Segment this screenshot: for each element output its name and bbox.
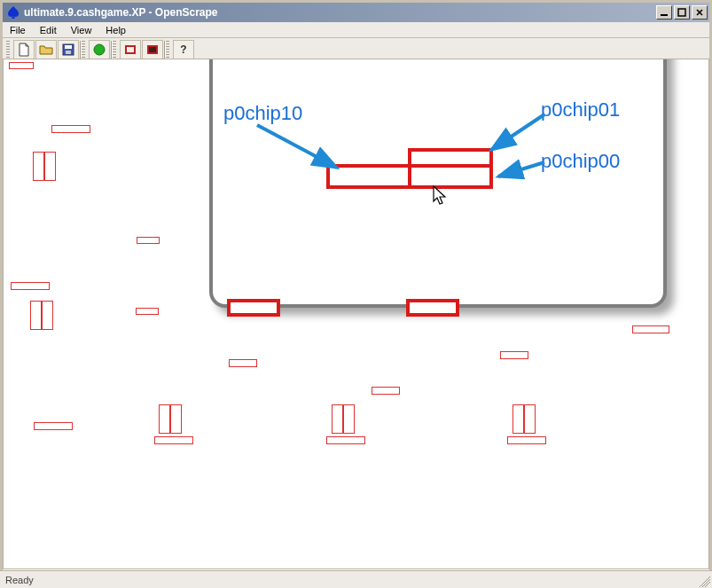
close-icon	[695, 8, 704, 17]
tablemap-region[interactable]	[343, 404, 355, 434]
window-title: ultimate.9.cashgame.XP - OpenScrape	[24, 6, 218, 19]
region-p0chip00[interactable]	[408, 164, 493, 189]
tablemap-region[interactable]	[30, 301, 42, 330]
region-partial[interactable]	[406, 299, 459, 317]
rect-tool-icon	[123, 43, 137, 57]
resize-grip[interactable]	[696, 573, 710, 587]
menu-edit[interactable]: Edit	[33, 23, 64, 37]
tablemap-region[interactable]	[372, 387, 400, 395]
title-bar: ultimate.9.cashgame.XP - OpenScrape	[3, 3, 709, 22]
tablemap-region[interactable]	[507, 436, 546, 444]
tablemap-region[interactable]	[326, 436, 365, 444]
tablemap-region[interactable]	[11, 282, 50, 290]
green-circle-icon	[92, 43, 106, 57]
tablemap-region[interactable]	[44, 152, 56, 181]
window-top-border	[0, 0, 712, 3]
window-controls	[656, 5, 709, 20]
tablemap-region[interactable]	[136, 308, 159, 315]
arrow-to-p0chip01	[484, 109, 552, 155]
tablemap-region[interactable]	[159, 404, 170, 434]
toolbar-grip-4[interactable]	[166, 41, 169, 59]
svg-line-9	[257, 125, 337, 168]
status-bar: Ready	[0, 570, 712, 588]
tablemap-region[interactable]	[33, 152, 44, 181]
svg-line-10	[491, 114, 544, 150]
svg-rect-6	[126, 46, 135, 53]
green-circle-button[interactable]	[89, 40, 110, 59]
minimize-button[interactable]	[656, 5, 672, 20]
new-button[interactable]	[13, 40, 35, 59]
rect-tool-filled-icon	[145, 43, 160, 57]
menu-file[interactable]: File	[3, 23, 33, 37]
status-text: Ready	[5, 575, 34, 585]
toolbar-grip-2[interactable]	[82, 41, 85, 59]
svg-rect-0	[661, 14, 668, 16]
open-button[interactable]	[35, 40, 57, 59]
tablemap-region[interactable]	[170, 404, 182, 434]
tablemap-region[interactable]	[42, 301, 53, 330]
toolbar-grip[interactable]	[6, 41, 10, 59]
rect-tool-filled-button[interactable]	[142, 40, 163, 59]
svg-rect-3	[65, 45, 72, 49]
minimize-icon	[660, 8, 669, 17]
svg-point-5	[94, 44, 105, 55]
menu-bar: File Edit View Help	[3, 22, 709, 38]
spade-icon	[6, 5, 20, 20]
help-button[interactable]: ?	[173, 40, 194, 59]
rect-tool-button[interactable]	[120, 40, 141, 59]
new-file-icon	[17, 43, 31, 57]
tablemap-region[interactable]	[137, 237, 160, 244]
svg-line-11	[498, 162, 544, 176]
maximize-button[interactable]	[674, 5, 690, 20]
tablemap-region[interactable]	[524, 404, 536, 434]
svg-rect-7	[148, 46, 157, 53]
maximize-icon	[677, 8, 686, 17]
menu-view[interactable]: View	[64, 23, 99, 37]
close-button[interactable]	[692, 5, 708, 20]
tablemap-region[interactable]	[51, 125, 90, 133]
zoom-callout: p0chip10 p0chip01 p0chip00	[209, 59, 667, 308]
svg-rect-4	[66, 51, 71, 54]
cursor-icon	[433, 185, 449, 207]
tablemap-region[interactable]	[9, 62, 34, 69]
region-partial[interactable]	[227, 299, 280, 317]
toolbar-grip-3[interactable]	[113, 41, 116, 59]
tablemap-region[interactable]	[229, 359, 257, 367]
save-button[interactable]	[58, 40, 79, 59]
tablemap-region[interactable]	[512, 404, 524, 434]
menu-help[interactable]: Help	[98, 23, 133, 37]
svg-text:?: ?	[180, 43, 186, 56]
label-p0chip01: p0chip01	[541, 98, 620, 122]
tablemap-region[interactable]	[332, 404, 343, 434]
tablemap-region[interactable]	[500, 351, 528, 359]
tablemap-region[interactable]	[34, 422, 73, 430]
help-icon: ?	[176, 43, 191, 57]
tablemap-region[interactable]	[154, 436, 193, 444]
svg-rect-1	[678, 9, 685, 16]
open-folder-icon	[39, 43, 53, 57]
arrow-to-p0chip00	[493, 157, 552, 182]
label-p0chip00: p0chip00	[541, 150, 620, 173]
save-icon	[61, 43, 75, 57]
tablemap-region[interactable]	[632, 325, 669, 333]
client-area[interactable]: p0chip10 p0chip01 p0chip00	[3, 59, 709, 569]
arrow-to-p0chip10	[250, 122, 348, 175]
